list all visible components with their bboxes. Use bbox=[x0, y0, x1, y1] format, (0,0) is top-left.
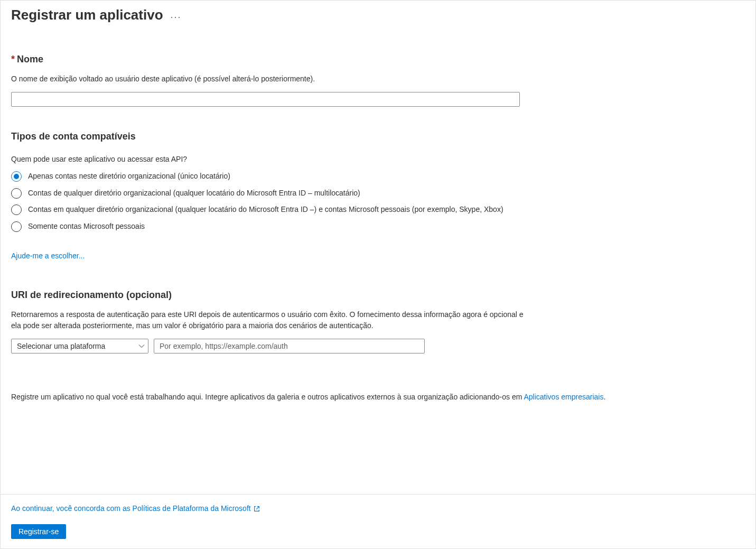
required-star-icon: * bbox=[11, 54, 15, 64]
chevron-down-icon bbox=[138, 343, 145, 349]
account-types-question: Quem pode usar este aplicativo ou acessa… bbox=[11, 155, 745, 163]
account-type-option-personal-only[interactable]: Somente contas Microsoft pessoais bbox=[11, 221, 745, 232]
register-button[interactable]: Registrar-se bbox=[11, 524, 66, 539]
name-label: *Nome bbox=[11, 54, 745, 65]
register-application-page: Registrar um aplicativo ··· *Nome O nome… bbox=[0, 0, 756, 549]
account-types-heading: Tipos de conta compatíveis bbox=[11, 131, 745, 142]
page-title: Registrar um aplicativo bbox=[11, 7, 163, 23]
radio-icon bbox=[11, 188, 22, 199]
bottom-note-suffix: . bbox=[603, 393, 605, 401]
radio-label: Apenas contas neste diretório organizaci… bbox=[28, 171, 230, 182]
radio-icon bbox=[11, 171, 22, 182]
enterprise-apps-link[interactable]: Aplicativos empresariais bbox=[524, 393, 603, 401]
name-description: O nome de exibição voltado ao usuário de… bbox=[11, 73, 529, 85]
name-label-text: Nome bbox=[17, 54, 43, 64]
page-header: Registrar um aplicativo ··· bbox=[1, 1, 755, 23]
redirect-uri-input[interactable] bbox=[154, 339, 425, 353]
redirect-uri-description: Retornaremos a resposta de autenticação … bbox=[11, 309, 529, 331]
account-types-radio-group: Apenas contas neste diretório organizaci… bbox=[11, 171, 745, 232]
platform-dropdown-label: Selecionar uma plataforma bbox=[17, 342, 105, 350]
redirect-uri-row: Selecionar uma plataforma bbox=[11, 339, 745, 353]
footer: Ao continuar, você concorda com as Polít… bbox=[1, 494, 755, 548]
redirect-uri-heading: URI de redirecionamento (opcional) bbox=[11, 290, 745, 301]
external-link-icon bbox=[253, 505, 260, 513]
platform-dropdown[interactable]: Selecionar uma plataforma bbox=[11, 339, 148, 353]
radio-icon bbox=[11, 221, 22, 232]
platform-policies-link[interactable]: Ao continuar, você concorda com as Polít… bbox=[11, 504, 260, 513]
account-type-option-multi-tenant[interactable]: Contas de qualquer diretório organizacio… bbox=[11, 188, 745, 199]
radio-icon bbox=[11, 204, 22, 215]
account-type-option-single-tenant[interactable]: Apenas contas neste diretório organizaci… bbox=[11, 171, 745, 182]
form-content: *Nome O nome de exibição voltado ao usuá… bbox=[1, 54, 755, 403]
account-type-option-multi-tenant-personal[interactable]: Contas em qualquer diretório organizacio… bbox=[11, 204, 745, 216]
bottom-note-prefix: Registre um aplicativo no qual você está… bbox=[11, 393, 524, 401]
radio-label: Contas de qualquer diretório organizacio… bbox=[28, 188, 360, 199]
name-input[interactable] bbox=[11, 92, 520, 107]
platform-policies-text: Ao continuar, você concorda com as Polít… bbox=[11, 504, 251, 513]
radio-label: Somente contas Microsoft pessoais bbox=[28, 221, 145, 232]
more-menu-icon[interactable]: ··· bbox=[171, 9, 182, 22]
bottom-note: Registre um aplicativo no qual você está… bbox=[11, 392, 745, 403]
help-me-choose-link[interactable]: Ajude-me a escolher... bbox=[11, 252, 85, 260]
radio-label: Contas em qualquer diretório organizacio… bbox=[28, 204, 503, 216]
